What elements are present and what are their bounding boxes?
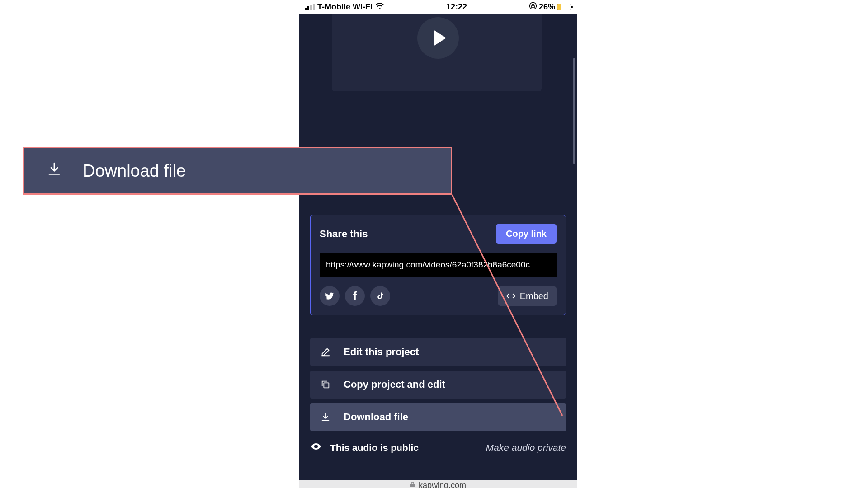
social-icons-row: f <box>320 286 390 306</box>
edit-project-button[interactable]: Edit this project <box>310 338 566 366</box>
orientation-lock-icon <box>529 2 537 12</box>
download-file-button[interactable]: Download file <box>310 403 566 431</box>
browser-domain: kapwing.com <box>419 481 466 488</box>
privacy-toggle[interactable]: Make audio private <box>486 442 566 453</box>
play-button[interactable] <box>417 17 459 59</box>
carrier-label: T-Mobile Wi-Fi <box>317 2 373 12</box>
browser-url-bar[interactable]: kapwing.com <box>299 480 577 488</box>
copy-project-label: Copy project and edit <box>344 379 445 390</box>
edit-icon <box>320 347 331 357</box>
eye-icon <box>310 442 322 453</box>
share-url-field[interactable]: https://www.kapwing.com/videos/62a0f382b… <box>320 253 557 277</box>
download-icon <box>320 412 331 422</box>
status-left: T-Mobile Wi-Fi <box>305 2 384 12</box>
privacy-row: This audio is public Make audio private <box>299 436 577 460</box>
privacy-status: This audio is public <box>330 442 419 453</box>
wifi-icon <box>375 2 384 12</box>
battery-pct: 26% <box>539 2 555 12</box>
svg-rect-3 <box>410 484 415 487</box>
copy-project-button[interactable]: Copy project and edit <box>310 371 566 399</box>
app-content: Share this Copy link https://www.kapwing… <box>299 14 577 480</box>
copy-link-button[interactable]: Copy link <box>496 224 557 244</box>
phone-frame: T-Mobile Wi-Fi 12:22 26% Share this <box>299 0 577 488</box>
code-icon <box>506 291 515 301</box>
clock: 12:22 <box>446 2 467 12</box>
play-icon <box>434 30 446 46</box>
download-callout: Download file <box>23 147 452 195</box>
edit-project-label: Edit this project <box>344 346 419 358</box>
actions-list: Edit this project Copy project and edit … <box>310 338 566 431</box>
embed-button[interactable]: Embed <box>498 286 557 306</box>
lock-icon <box>410 482 415 488</box>
tiktok-icon[interactable] <box>370 286 390 306</box>
status-bar: T-Mobile Wi-Fi 12:22 26% <box>299 0 577 14</box>
facebook-icon[interactable]: f <box>345 286 365 306</box>
status-right: 26% <box>529 2 571 12</box>
share-card: Share this Copy link https://www.kapwing… <box>310 215 566 315</box>
copy-icon <box>320 380 331 389</box>
twitter-icon[interactable] <box>320 286 340 306</box>
share-title: Share this <box>320 228 368 240</box>
download-file-label: Download file <box>344 411 408 423</box>
embed-label: Embed <box>520 291 548 301</box>
download-icon <box>47 161 62 181</box>
download-callout-label: Download file <box>83 161 186 181</box>
svg-rect-1 <box>324 383 329 388</box>
signal-bars-icon <box>305 4 315 10</box>
svg-point-2 <box>315 446 317 447</box>
scroll-indicator[interactable] <box>573 58 575 164</box>
battery-icon <box>557 4 571 10</box>
